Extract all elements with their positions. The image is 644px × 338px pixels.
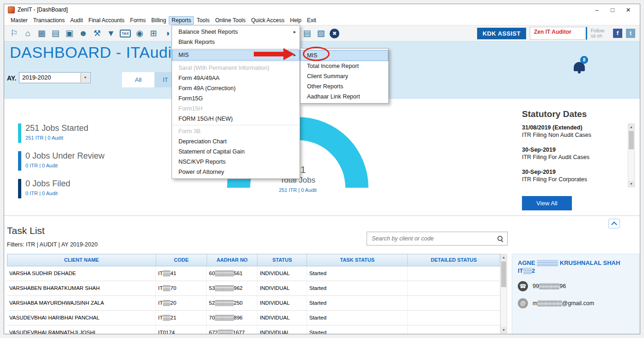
calculator-icon[interactable]: ⊞ [148, 28, 159, 39]
column-detailed-status[interactable]: DETAILED STATUS [408, 254, 500, 266]
view-all-button[interactable]: View All [522, 196, 572, 210]
scroll-up-icon[interactable]: ▲ [628, 124, 634, 130]
menu-separator [173, 125, 299, 125]
menubar-item-online-tools[interactable]: Online Tools [212, 16, 248, 25]
close-button[interactable]: ✕ [620, 6, 636, 13]
stat-jobs-filed: 0 Jobs Filed 0 ITR | 0 Audit [18, 179, 70, 198]
gift-icon[interactable]: ▣ [64, 28, 74, 39]
menu-item-power-of-attorney[interactable]: Power of Attorney [172, 167, 300, 177]
menu-item-label: Other Reports [307, 83, 343, 90]
table-row[interactable]: VARSHABA MAYURDHWAJSINH ZALA IT▒▒20 52▒▒… [7, 296, 500, 311]
task-list-filters: Filters: ITR | AUDIT | AY 2019-2020 [7, 241, 98, 248]
menu-item-statement-of-capital-gain[interactable]: Statement of Capital Gain [172, 147, 300, 157]
menubar-item-audit[interactable]: Audit [67, 16, 86, 25]
menu-item-form-3b[interactable]: Form 3B [172, 126, 300, 136]
menu-item-form-49a-49aa[interactable]: Form 49A/49AA [172, 73, 300, 83]
client-email: m▒▒▒▒▒▒@gmail.com [533, 300, 594, 307]
menu-item-form15g[interactable]: Form15G [172, 93, 300, 104]
minimize-button[interactable]: – [589, 6, 605, 13]
home-icon[interactable]: ⌂ [23, 28, 33, 39]
statutory-dates-title: Statutory Dates [522, 109, 587, 119]
assessment-year-select[interactable]: 2019-2020 ▼ [19, 72, 91, 83]
task-list-title: Task List [7, 225, 45, 236]
cell-client-name: VARSHABA MAYURDHWAJSINH ZALA [7, 296, 156, 310]
reports-chart-icon[interactable]: ▤ [50, 28, 61, 39]
table-row[interactable]: VASUDEVBHAI RAMNATHJI JOSHI IT0174 672▒▒… [7, 326, 500, 334]
maximize-button[interactable]: □ [605, 6, 620, 13]
menu-item-form-15gh-new[interactable]: FORM 15G/H (NEW) [172, 114, 300, 124]
menubar-item-quick-access[interactable]: Quick Access [248, 16, 287, 25]
notification-badge: 8 [580, 56, 588, 64]
disc-icon[interactable]: ◉ [135, 28, 145, 39]
menubar: Master Transactions Audit Final Accounts… [4, 15, 640, 25]
submenu-item-other-reports[interactable]: Other Reports [301, 81, 388, 92]
search-icon[interactable] [497, 235, 503, 242]
cell-status: INDIVIDUAL [258, 311, 307, 325]
menu-item-form-49a-correction[interactable]: Form 49A (Correction) [172, 83, 300, 93]
twitter-icon[interactable]: t [626, 29, 635, 38]
statutory-entry: 31/08/2019 (Extended) ITR Filing Non Aud… [522, 124, 621, 138]
clients-icon[interactable]: ☻ [78, 28, 88, 39]
statutory-scrollbar[interactable]: ▲ ▼ [628, 123, 635, 187]
menu-item-balance-sheet-reports[interactable]: Balance Sheet Reports ▸ [172, 27, 300, 37]
menubar-item-reports[interactable]: Reports [169, 16, 194, 25]
scroll-down-icon[interactable]: ▼ [501, 327, 507, 333]
scrollbar-track[interactable] [628, 130, 634, 181]
menubar-item-transactions[interactable]: Transactions [31, 16, 67, 25]
menu-item-form15h[interactable]: Form15H [172, 104, 300, 114]
column-code[interactable]: CODE [156, 254, 207, 266]
scroll-up-icon[interactable]: ▲ [501, 254, 507, 260]
submenu-item-client-summary[interactable]: Client Summary [301, 71, 388, 81]
scrollbar-thumb[interactable] [629, 131, 634, 149]
menu-item-nsc-kvp-reports[interactable]: NSC/KVP Reports [172, 157, 300, 167]
close-circle-icon[interactable]: ✖ [330, 29, 339, 38]
phone-icon: ☎ [518, 281, 528, 291]
column-task-status[interactable]: TASK STATUS [307, 254, 408, 266]
collapse-button[interactable] [608, 219, 620, 228]
menubar-item-help[interactable]: Help [287, 16, 304, 25]
tab-all[interactable]: All [122, 72, 154, 87]
column-client-name[interactable]: CLIENT NAME [7, 254, 156, 266]
search-input[interactable] [371, 235, 497, 242]
annotation-arrow-head [283, 48, 294, 60]
menubar-item-final-accounts[interactable]: Final Accounts [86, 16, 127, 25]
tax-icon[interactable]: TAX [120, 30, 131, 37]
document-icon[interactable]: ▤ [302, 28, 312, 39]
filter-icon[interactable]: ▼ [106, 28, 116, 39]
column-aadhar-no[interactable]: AADHAR NO [207, 254, 258, 266]
table-scrollbar[interactable]: ▲ ▼ [500, 254, 507, 333]
submenu-item-aadhaar-link-report[interactable]: Aadhaar Link Report [301, 92, 388, 102]
form-3cd-icon[interactable]: ▧ [316, 28, 326, 39]
menu-separator [173, 61, 299, 62]
statutory-desc: ITR Filing Non Audit Cases [522, 132, 621, 138]
stat-jobs-started: 251 Jobs Started 251 ITR | 0 Audit [18, 123, 88, 143]
export-icon[interactable]: ⚐ [9, 28, 19, 39]
table-row[interactable]: VASUDEVBHAI HARIBHAI PANCHAL IT▒▒21 70▒▒… [7, 311, 500, 326]
dropdown-arrow-icon[interactable]: ▼ [80, 73, 90, 82]
menu-item-blank-reports[interactable]: Blank Reports [172, 37, 300, 47]
organization-icon[interactable]: ▦ [37, 28, 47, 39]
menubar-item-forms[interactable]: Forms [127, 16, 148, 25]
facebook-icon[interactable]: f [613, 29, 622, 38]
menu-item-saral[interactable]: Saral (With Permanent Information) [172, 63, 300, 73]
menubar-item-billing[interactable]: Billing [148, 16, 169, 25]
menubar-item-exit[interactable]: Exit [304, 16, 319, 25]
scrollbar-track[interactable] [501, 260, 507, 327]
table-row[interactable]: VARSHA SUDHIR DEHADE IT▒▒41 60▒▒▒▒▒561 I… [7, 266, 500, 281]
menu-item-depreciation-chart[interactable]: Depreciation Chart [172, 136, 300, 147]
cell-detailed-status [408, 296, 500, 310]
column-status[interactable]: STATUS [258, 254, 307, 266]
menu-item-label: Form 3B [178, 128, 201, 135]
kdk-assist-button[interactable]: KDK ASSIST [477, 28, 526, 39]
table-row[interactable]: VARSHABEN BHARATKUMAR SHAH IT▒▒70 53▒▒▒▒… [7, 281, 500, 296]
menubar-item-tools[interactable]: Tools [194, 16, 212, 25]
submenu-item-total-income-report[interactable]: Total Income Report [301, 61, 388, 71]
menu-item-label: Saral (With Permanent Information) [178, 65, 270, 71]
tools-icon[interactable]: ⚒ [92, 28, 102, 39]
clock-icon[interactable]: ◑ [162, 28, 172, 39]
cell-status: INDIVIDUAL [258, 296, 307, 310]
menubar-item-master[interactable]: Master [8, 16, 31, 25]
cell-client-name: VASUDEVBHAI RAMNATHJI JOSHI [7, 326, 156, 334]
scrollbar-thumb[interactable] [501, 261, 506, 287]
scroll-down-icon[interactable]: ▼ [628, 181, 634, 187]
